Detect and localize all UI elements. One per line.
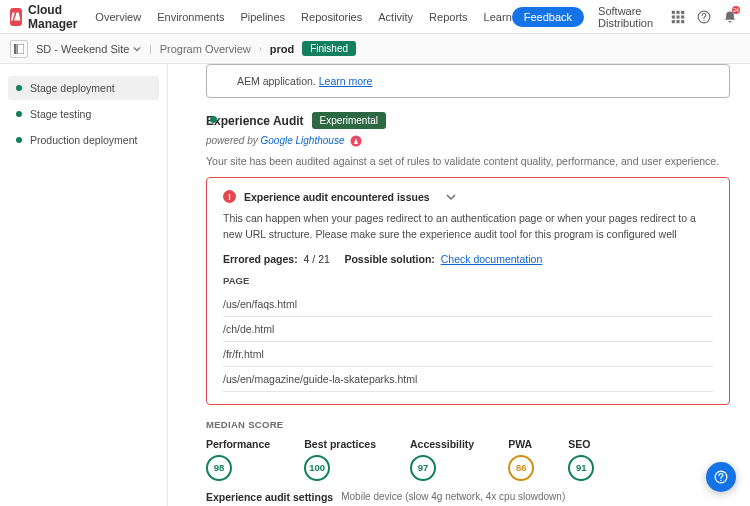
status-badge: Finished xyxy=(302,41,356,56)
nav-overview[interactable]: Overview xyxy=(95,11,141,23)
site-selector[interactable]: SD - Weekend Site xyxy=(36,43,141,55)
errored-page-row: /us/en/faqs.html xyxy=(223,292,713,317)
score-row: Performance 98 Best practices 100 Access… xyxy=(206,438,730,481)
nav-pipelines[interactable]: Pipelines xyxy=(240,11,285,23)
svg-rect-6 xyxy=(672,20,675,23)
svg-rect-11 xyxy=(14,44,17,54)
feedback-button[interactable]: Feedback xyxy=(512,7,584,27)
svg-rect-12 xyxy=(17,44,24,54)
svg-point-14 xyxy=(355,137,357,139)
nav-environments[interactable]: Environments xyxy=(157,11,224,23)
nav-learn[interactable]: Learn xyxy=(484,11,512,23)
site-name: SD - Weekend Site xyxy=(36,43,129,55)
svg-rect-8 xyxy=(681,20,684,23)
score-ring: 98 xyxy=(206,455,232,481)
status-dot-icon xyxy=(16,137,22,143)
score-ring: 100 xyxy=(304,455,330,481)
errored-page-row: /fr/fr.html xyxy=(223,342,713,367)
score-accessibility: Accessibility 97 xyxy=(410,438,474,481)
svg-rect-1 xyxy=(677,10,680,13)
audit-settings-row: Experience audit settings Mobile device … xyxy=(206,491,730,503)
score-ring: 86 xyxy=(508,455,534,481)
notification-count-badge: 24 xyxy=(732,6,740,14)
pages-column-header: PAGE xyxy=(223,275,713,286)
score-ring: 97 xyxy=(410,455,436,481)
check-documentation-link[interactable]: Check documentation xyxy=(441,253,543,265)
audit-description: Your site has been audited against a set… xyxy=(206,155,730,167)
timeline-dot-icon xyxy=(210,116,217,123)
adobe-logo-icon xyxy=(10,8,22,26)
experimental-badge: Experimental xyxy=(312,112,386,129)
median-score-header: MEDIAN SCORE xyxy=(206,419,730,430)
score-ring: 91 xyxy=(568,455,594,481)
alert-meta: Errored pages: 4 / 21 Possible solution:… xyxy=(223,253,713,265)
previous-info-box: AEM application. Learn more xyxy=(206,64,730,98)
top-bar: Cloud Manager Overview Environments Pipe… xyxy=(0,0,750,34)
score-pwa: PWA 86 xyxy=(508,438,534,481)
alert-body: This can happen when your pages redirect… xyxy=(223,211,713,243)
errored-page-row: /us/en/magazine/guide-la-skateparks.html xyxy=(223,367,713,392)
sidebar-item-stage-testing[interactable]: Stage testing xyxy=(8,102,159,126)
software-distribution-link[interactable]: Software Distribution xyxy=(598,5,653,29)
errored-page-row: /ch/de.html xyxy=(223,317,713,342)
alert-error-icon: ! xyxy=(223,190,236,203)
breadcrumb-program[interactable]: Program Overview xyxy=(160,43,251,55)
sidebar-item-production-deployment[interactable]: Production deployment xyxy=(8,128,159,152)
svg-point-10 xyxy=(703,19,704,20)
learn-more-link[interactable]: Learn more xyxy=(319,75,373,87)
score-performance: Performance 98 xyxy=(206,438,270,481)
sidebar-item-stage-deployment[interactable]: Stage deployment xyxy=(8,76,159,100)
svg-point-16 xyxy=(720,480,721,481)
alert-toggle[interactable]: ! Experience audit encountered issues xyxy=(223,190,713,203)
breadcrumb-prod[interactable]: prod xyxy=(270,43,294,55)
section-title-experience-audit: Experience Audit xyxy=(206,114,304,128)
score-best-practices: Best practices 100 xyxy=(304,438,376,481)
status-dot-icon xyxy=(16,111,22,117)
main-content: AEM application. Learn more Experience A… xyxy=(168,64,750,506)
svg-rect-5 xyxy=(681,15,684,18)
notifications-icon[interactable]: 24 xyxy=(723,9,737,25)
nav-activity[interactable]: Activity xyxy=(378,11,413,23)
score-seo: SEO 91 xyxy=(568,438,594,481)
issues-alert: ! Experience audit encountered issues Th… xyxy=(206,177,730,405)
chevron-down-icon xyxy=(446,192,456,202)
help-icon[interactable] xyxy=(697,9,711,25)
svg-rect-7 xyxy=(677,20,680,23)
top-nav: Overview Environments Pipelines Reposito… xyxy=(95,11,511,23)
help-fab-button[interactable] xyxy=(706,462,736,492)
status-dot-icon xyxy=(16,85,22,91)
svg-rect-3 xyxy=(672,15,675,18)
powered-by: powered by Google Lighthouse xyxy=(206,135,730,147)
nav-repositories[interactable]: Repositories xyxy=(301,11,362,23)
chevron-down-icon xyxy=(133,45,141,53)
app-name: Cloud Manager xyxy=(28,3,77,31)
svg-rect-2 xyxy=(681,10,684,13)
lighthouse-link[interactable]: Google Lighthouse xyxy=(260,135,344,146)
svg-rect-0 xyxy=(672,10,675,13)
lighthouse-logo-icon xyxy=(350,135,362,147)
apps-grid-icon[interactable] xyxy=(671,9,685,25)
stage-sidebar: Stage deployment Stage testing Productio… xyxy=(0,64,168,506)
nav-reports[interactable]: Reports xyxy=(429,11,468,23)
svg-rect-4 xyxy=(677,15,680,18)
breadcrumb-bar: SD - Weekend Site | Program Overview › p… xyxy=(0,34,750,64)
rail-toggle-icon[interactable] xyxy=(10,40,28,58)
